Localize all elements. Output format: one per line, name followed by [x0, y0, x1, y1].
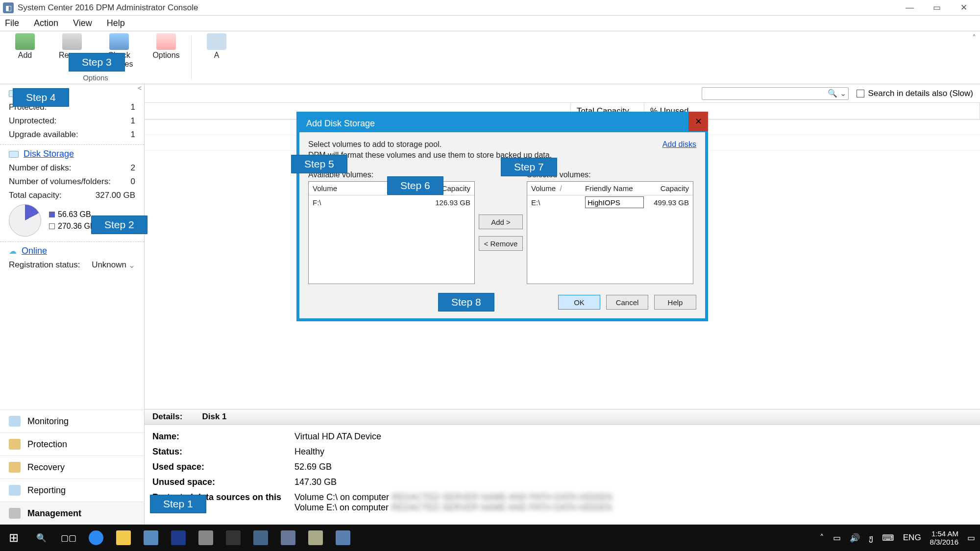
- nav-recovery[interactable]: Recovery: [0, 455, 144, 479]
- add-disk-storage-dialog: Add Disk Storage ✕ Add disks Select volu…: [296, 112, 708, 321]
- task-search[interactable]: 🔍: [27, 525, 55, 551]
- add-disks-link[interactable]: Add disks: [662, 140, 696, 149]
- nav-management[interactable]: Management: [0, 502, 144, 525]
- nav-reporting[interactable]: Reporting: [0, 479, 144, 502]
- avail-vol-name[interactable]: F:\: [309, 198, 425, 207]
- task-dpm[interactable]: [329, 525, 357, 551]
- details-disk: Disk 1: [202, 412, 226, 422]
- legend-free-box: [49, 223, 55, 229]
- agents-upgrade-label: Upgrade available:: [9, 130, 131, 140]
- agents-protected-value: 1: [131, 102, 135, 112]
- windows-icon: ⊞: [9, 531, 19, 545]
- ok-button[interactable]: OK: [558, 295, 600, 310]
- task-app5[interactable]: [302, 525, 329, 551]
- dpm-icon: [336, 530, 350, 545]
- legend-used-box: [49, 212, 55, 217]
- sidebar-collapse-icon[interactable]: <: [135, 84, 144, 93]
- task-app2[interactable]: [220, 525, 247, 551]
- task-server-manager[interactable]: [137, 525, 165, 551]
- tray-keyboard-icon[interactable]: ⌨: [882, 533, 894, 543]
- step-7-callout: Step 7: [501, 158, 557, 176]
- ribbon-about[interactable]: A: [199, 33, 234, 60]
- menu-help[interactable]: Help: [107, 18, 125, 28]
- redacted-text: REDACTED SERVER NAME AND PATH DATA HIDDE…: [391, 503, 612, 512]
- sel-vol-name[interactable]: E:\: [527, 198, 581, 207]
- detail-name-value: Virtual HD ATA Device: [294, 431, 381, 442]
- cancel-button[interactable]: Cancel: [606, 295, 648, 310]
- details-label: Details:: [152, 412, 182, 422]
- legend-free-value: 270.36 GB: [58, 222, 96, 231]
- detail-pds-value-1: Volume C:\ on computer: [294, 492, 389, 502]
- tray-lang[interactable]: ENG: [903, 533, 921, 543]
- protection-icon: [9, 439, 21, 450]
- rescan-icon: [62, 33, 82, 50]
- ribbon-options[interactable]: Options: [149, 33, 183, 60]
- tray-notifications-icon[interactable]: ▭: [967, 533, 975, 543]
- task-view[interactable]: ▢▢: [55, 525, 82, 551]
- add-disk-icon: [15, 33, 35, 50]
- sidebar-disk-storage-link[interactable]: Disk Storage: [24, 149, 74, 159]
- detail-used-label: Used space:: [152, 462, 294, 472]
- nav-protection-label: Protection: [27, 439, 67, 450]
- tray-clock[interactable]: 1:54 AM 8/3/2016: [930, 529, 958, 546]
- friendly-name-input[interactable]: [585, 196, 644, 208]
- app-icon: ◧: [3, 2, 14, 13]
- capacity-pie-chart: [9, 204, 41, 237]
- task-app4[interactable]: [274, 525, 302, 551]
- tray-network-icon[interactable]: ▭: [833, 533, 841, 543]
- taskview-icon: ▢▢: [61, 533, 76, 543]
- disk-storage-icon: [9, 151, 19, 158]
- detail-status-value: Healthy: [294, 447, 324, 457]
- nav-management-label: Management: [27, 508, 81, 519]
- detail-unused-label: Unused space:: [152, 477, 294, 487]
- app-icon: [281, 530, 295, 545]
- available-volumes-list[interactable]: Volume Capacity F:\ 126.93 GB: [308, 181, 475, 284]
- ribbon-group-options-label: Options: [83, 73, 108, 82]
- menu-file[interactable]: File: [5, 18, 19, 28]
- main-content: 🔍 ⌄ Search in details also (Slow) Total …: [145, 84, 980, 525]
- online-reg-value: Unknown: [92, 260, 126, 270]
- tray-ease-icon[interactable]: ჟ: [869, 533, 873, 543]
- step-5-callout: Step 5: [291, 155, 347, 173]
- step-1-callout: Step 1: [150, 495, 206, 513]
- ribbon: Add Rescan Check updates Options Options…: [0, 31, 980, 84]
- close-button[interactable]: ✕: [950, 0, 977, 15]
- menu-action[interactable]: Action: [34, 18, 58, 28]
- col-capacity: Capacity: [649, 184, 693, 192]
- maximize-button[interactable]: ▭: [923, 0, 950, 15]
- taskbar: ⊞ 🔍 ▢▢ ˄ ▭ 🔊 ჟ ⌨ ENG 1:54 AM 8/3/2016 ▭: [0, 525, 980, 551]
- nav-protection[interactable]: Protection: [0, 432, 144, 455]
- task-powershell[interactable]: [165, 525, 192, 551]
- task-ie[interactable]: [82, 525, 110, 551]
- dialog-close-button[interactable]: ✕: [688, 112, 708, 131]
- col-volume: Volume /: [527, 184, 581, 192]
- sidebar-online-link[interactable]: Online: [22, 246, 47, 256]
- agents-upgrade-value: 1: [131, 130, 135, 140]
- dialog-title: Add Disk Storage: [306, 119, 375, 129]
- task-app3[interactable]: [247, 525, 274, 551]
- management-icon: [9, 508, 21, 519]
- menu-view[interactable]: View: [73, 18, 92, 28]
- nav-monitoring[interactable]: Monitoring: [0, 409, 144, 432]
- remove-volume-button[interactable]: < Remove: [479, 236, 523, 251]
- start-button[interactable]: ⊞: [0, 525, 27, 551]
- minimize-button[interactable]: —: [896, 0, 923, 15]
- task-explorer[interactable]: [110, 525, 137, 551]
- col-friendly-name: Friendly Name: [581, 184, 649, 192]
- menubar: File Action View Help: [0, 16, 980, 31]
- ribbon-options-label: Options: [152, 51, 179, 60]
- ribbon-add[interactable]: Add: [8, 33, 42, 60]
- avail-vol-cap: 126.93 GB: [425, 198, 474, 207]
- tray-volume-icon[interactable]: 🔊: [850, 533, 860, 543]
- search-input[interactable]: 🔍 ⌄: [702, 87, 849, 100]
- tray-chevron-icon[interactable]: ˄: [820, 533, 824, 543]
- selected-volumes-list[interactable]: Volume / Friendly Name Capacity E:\ 499.…: [527, 181, 693, 284]
- search-details-checkbox[interactable]: [857, 90, 864, 97]
- help-button[interactable]: Help: [654, 295, 696, 310]
- add-volume-button[interactable]: Add >: [479, 215, 523, 229]
- ribbon-collapse-icon[interactable]: ˄: [968, 31, 980, 84]
- recovery-icon: [9, 462, 21, 473]
- dropdown-icon[interactable]: ⌄: [128, 260, 135, 270]
- task-app1[interactable]: [192, 525, 220, 551]
- disk-totalcap-label: Total capacity:: [9, 191, 96, 200]
